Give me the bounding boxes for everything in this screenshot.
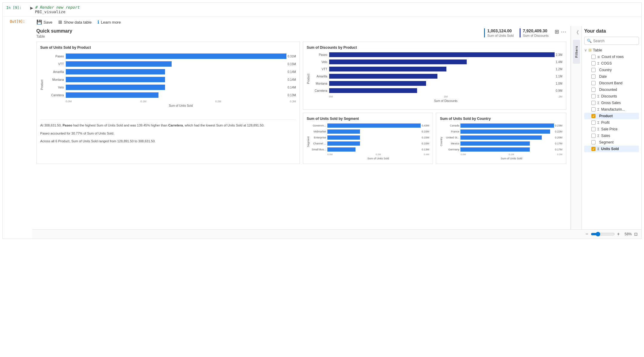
field-checkbox[interactable] [591, 134, 596, 138]
field-checkbox[interactable] [591, 55, 596, 59]
fit-page-icon[interactable]: ⊡ [634, 232, 638, 237]
field-date[interactable]: Date [584, 73, 639, 80]
bar-label: Carretera [311, 89, 329, 92]
cell-code: # Render new report PBI_visualize [35, 5, 80, 14]
field-checkbox[interactable] [591, 101, 596, 105]
chart-units-sold-product: Sum of Units Sold by Product Product Pas… [36, 42, 300, 164]
zoom-minus-button[interactable]: − [585, 231, 588, 237]
field-type-sigma-icon: Σ [597, 108, 599, 111]
field-discount-band[interactable]: Discount Band [584, 80, 639, 86]
info-icon: ℹ [97, 19, 99, 25]
field-type-sigma-icon: Σ [597, 101, 599, 105]
search-icon: 🔍 [587, 39, 592, 43]
bar-label: Amarilla [45, 70, 66, 74]
table-icon: ⊞ [58, 19, 62, 25]
bar-label: Amarilla [311, 75, 329, 78]
cell-in-label: In [9]: [6, 5, 30, 10]
field-cogs[interactable]: Σ COGS [584, 60, 639, 67]
bar-value: 0.14M [288, 78, 296, 81]
field-sales[interactable]: Σ Sales [584, 132, 639, 139]
chart1-x-axis: Sum of Units Sold [66, 104, 296, 107]
field-country[interactable]: Country [584, 67, 639, 73]
bar-value: 1.0M [556, 82, 562, 85]
bar-value: 0.15M [288, 62, 296, 66]
field-type-table-icon: ⊞ [597, 55, 600, 59]
zoom-level: 58% [622, 232, 632, 236]
bar-value: 1.1M [556, 75, 562, 78]
chart3-y-axis: Segment [307, 123, 310, 160]
field-type-sigma-icon: Σ [597, 62, 599, 65]
field-type-sigma-icon: Σ [597, 134, 599, 138]
chart1-y-axis: Product [40, 52, 44, 118]
quick-summary-subtitle: Table [36, 34, 72, 39]
bar-label: Montana [311, 82, 329, 85]
zoom-bar: − + 58% ⊡ [32, 229, 641, 239]
field-count-of-rows[interactable]: ⊞ Count of rows [584, 54, 639, 60]
field-type-sigma-icon: Σ [597, 147, 599, 151]
search-input[interactable] [593, 39, 638, 43]
bar-value: 0.9M [556, 89, 562, 92]
field-checkbox[interactable] [591, 120, 596, 125]
field-checkbox[interactable] [591, 74, 596, 79]
bar-value: 0.13M [288, 94, 296, 97]
expand-icon: ∨ [584, 48, 587, 52]
kpi-discounts: 7,920,409.30 Sum of Discounts [520, 28, 549, 37]
field-discounts[interactable]: Σ Discounts [584, 93, 639, 100]
field-discounted[interactable]: Discounted [584, 86, 639, 93]
field-units-sold[interactable]: ✓ Σ Units Sold [584, 146, 639, 152]
field-checkbox[interactable] [591, 140, 596, 144]
field-checkbox[interactable] [591, 127, 596, 131]
field-checkbox-checked[interactable]: ✓ [591, 114, 596, 118]
learn-more-button[interactable]: ℹ Learn more [97, 19, 120, 25]
chart-mode-icon[interactable]: ⊞ [555, 28, 559, 35]
field-checkbox-checked[interactable]: ✓ [591, 147, 596, 151]
bar-value: 0.14M [288, 70, 296, 74]
chart2-y-axis: Product [307, 52, 310, 106]
field-sale-price[interactable]: Σ Sale Price [584, 126, 639, 132]
bar-label: Velo [45, 86, 66, 89]
field-checkbox[interactable] [591, 61, 596, 65]
bar-label: VTT [45, 62, 66, 66]
table-node[interactable]: ∨ ⊞ Table [584, 48, 639, 52]
field-manufacturing[interactable]: Σ Manufacturin... [584, 106, 639, 113]
field-profit[interactable]: Σ Profit [584, 119, 639, 126]
your-data-title: Your data [584, 28, 639, 34]
table-node-name: Table [593, 48, 602, 52]
zoom-slider[interactable] [591, 232, 615, 237]
field-gross-sales[interactable]: Σ Gross Sales [584, 100, 639, 106]
field-checkbox[interactable] [591, 81, 596, 85]
bar-label: Paseo [311, 53, 329, 57]
show-data-table-button[interactable]: ⊞ Show data table [58, 19, 91, 25]
chart-discounts-product: Sum of Discounts by Product Product Pase… [303, 42, 566, 110]
field-checkbox[interactable] [591, 107, 596, 112]
more-options-icon[interactable]: ⋯ [561, 28, 566, 35]
field-type-sigma-icon: Σ [597, 94, 599, 98]
bar-value: 0.31M [288, 55, 296, 58]
field-product[interactable]: ✓ Product [584, 113, 639, 119]
save-icon: 💾 [36, 19, 42, 25]
save-button[interactable]: 💾 Save [36, 19, 53, 25]
zoom-plus-button[interactable]: + [617, 231, 620, 237]
chart2-x-axis: Sum of Discounts [329, 99, 562, 103]
collapse-panel-icon[interactable]: 《 [572, 28, 581, 37]
icon-strip: 《 Filters [571, 26, 582, 229]
search-box[interactable]: 🔍 [584, 37, 639, 45]
chart1-description-3: Across all 6 Product, Sum of Units Sold … [40, 139, 296, 144]
bar-label: Carretera [45, 94, 66, 97]
bar-value: 2.3M [556, 53, 562, 57]
field-segment[interactable]: Segment [584, 139, 639, 146]
chart4-y-axis: Country [440, 123, 443, 160]
bar-value: 1.2M [556, 68, 562, 71]
filter-icon[interactable]: Filters [573, 40, 580, 64]
table-node-icon: ⊞ [588, 48, 592, 52]
chart1-description: At 308,631.50, Paseo had the highest Sum… [40, 123, 296, 128]
fields-list: ⊞ Count of rows Σ COGS [584, 54, 639, 152]
chart-units-sold-country: Sum of Units Sold by Country Country Can… [436, 113, 566, 164]
field-checkbox[interactable] [591, 88, 596, 92]
field-type-sigma-icon: Σ [597, 127, 599, 131]
bar-value: 0.14M [288, 86, 296, 89]
field-checkbox[interactable] [591, 94, 596, 98]
run-button[interactable]: ▶ [30, 6, 33, 10]
bar-value: 1.4M [556, 60, 562, 64]
field-checkbox[interactable] [591, 68, 596, 72]
